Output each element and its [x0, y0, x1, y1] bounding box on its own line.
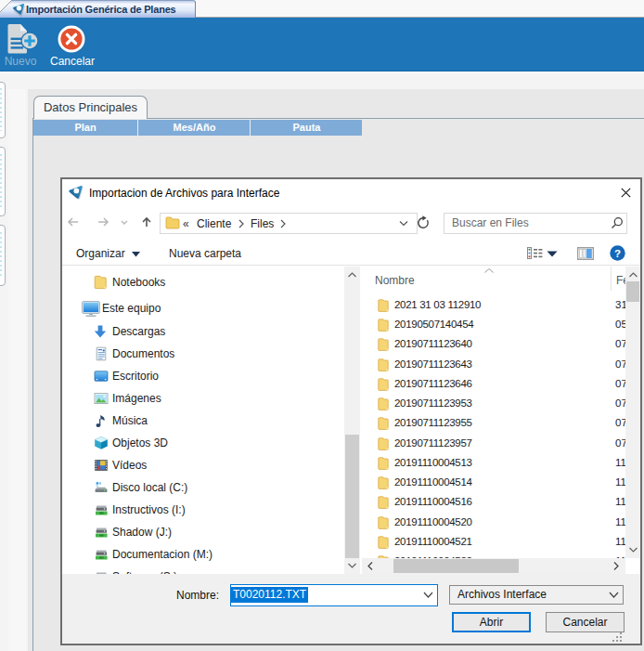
svg-text:?: ?	[614, 248, 621, 259]
